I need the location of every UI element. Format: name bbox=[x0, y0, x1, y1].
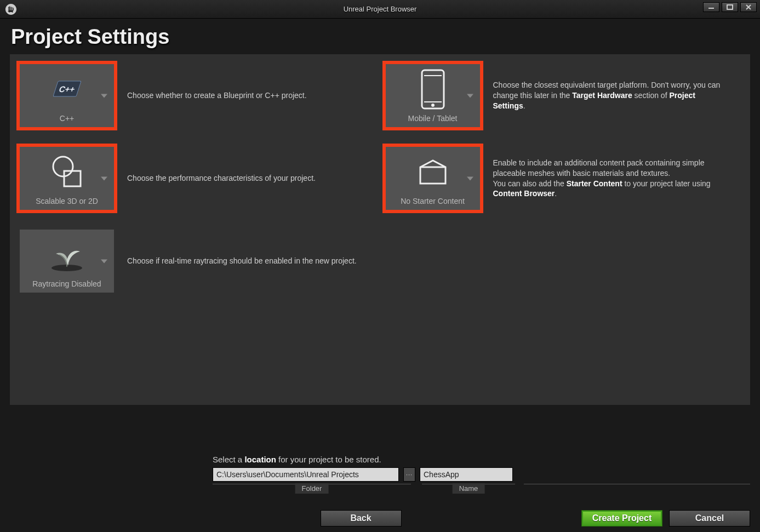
maximize-button[interactable] bbox=[722, 2, 738, 12]
raytracing-dropdown[interactable]: Raytracing Disabled bbox=[20, 230, 114, 293]
starter-content-dropdown[interactable]: No Starter Content bbox=[386, 147, 480, 210]
mobile-icon bbox=[386, 64, 480, 114]
chevron-down-icon bbox=[101, 94, 107, 98]
svg-rect-1 bbox=[727, 5, 733, 9]
settings-panel: C++ C++ Choose whether to create a Bluep… bbox=[10, 54, 750, 405]
scalable-icon bbox=[20, 147, 114, 197]
chevron-down-icon bbox=[101, 176, 107, 180]
svg-rect-0 bbox=[708, 8, 714, 9]
chevron-down-icon bbox=[101, 259, 107, 263]
name-label: Name bbox=[453, 483, 485, 494]
svg-point-7 bbox=[431, 104, 435, 107]
quality-preset-label: Scalable 3D or 2D bbox=[36, 197, 98, 205]
project-name-input[interactable] bbox=[420, 467, 513, 482]
quality-preset-description: Choose the performance characteristics o… bbox=[127, 173, 316, 184]
folder-input[interactable] bbox=[213, 467, 399, 482]
page-header: Project Settings bbox=[0, 19, 760, 54]
location-prompt: Select a location for your project to be… bbox=[213, 455, 750, 464]
title-bar: Unreal Project Browser bbox=[0, 0, 760, 19]
chevron-down-icon bbox=[467, 176, 473, 180]
target-platform-description: Choose the closest equivalent target pla… bbox=[493, 80, 723, 111]
starter-content-description: Enable to include an additional content … bbox=[493, 158, 723, 199]
code-type-description: Choose whether to create a Blueprint or … bbox=[127, 90, 307, 101]
svg-text:C++: C++ bbox=[58, 84, 76, 94]
back-button[interactable]: Back bbox=[321, 510, 402, 527]
close-button[interactable] bbox=[740, 2, 757, 12]
unreal-logo-icon bbox=[3, 2, 19, 17]
create-project-button[interactable]: Create Project bbox=[581, 510, 662, 527]
raytracing-description: Choose if real-time raytracing should be… bbox=[127, 256, 357, 266]
code-type-dropdown[interactable]: C++ C++ bbox=[20, 64, 114, 127]
raytracing-label: Raytracing Disabled bbox=[32, 279, 101, 288]
svg-point-8 bbox=[53, 157, 73, 176]
plant-icon bbox=[20, 230, 114, 279]
browse-folder-button[interactable]: ··· bbox=[403, 467, 415, 482]
window-title: Unreal Project Browser bbox=[0, 5, 760, 13]
code-type-label: C++ bbox=[60, 114, 74, 123]
cancel-button[interactable]: Cancel bbox=[669, 510, 750, 527]
quality-preset-dropdown[interactable]: Scalable 3D or 2D bbox=[20, 147, 114, 210]
svg-rect-9 bbox=[64, 171, 81, 186]
bottom-bar: Select a location for your project to be… bbox=[0, 450, 760, 530]
box-icon bbox=[386, 147, 480, 197]
minimize-button[interactable] bbox=[703, 2, 719, 12]
chevron-down-icon bbox=[467, 94, 473, 98]
target-platform-label: Mobile / Tablet bbox=[408, 114, 457, 123]
cpp-icon: C++ bbox=[20, 64, 114, 114]
page-title: Project Settings bbox=[11, 25, 749, 49]
starter-content-label: No Starter Content bbox=[401, 197, 465, 205]
target-platform-dropdown[interactable]: Mobile / Tablet bbox=[386, 64, 480, 127]
folder-label: Folder bbox=[295, 483, 329, 494]
